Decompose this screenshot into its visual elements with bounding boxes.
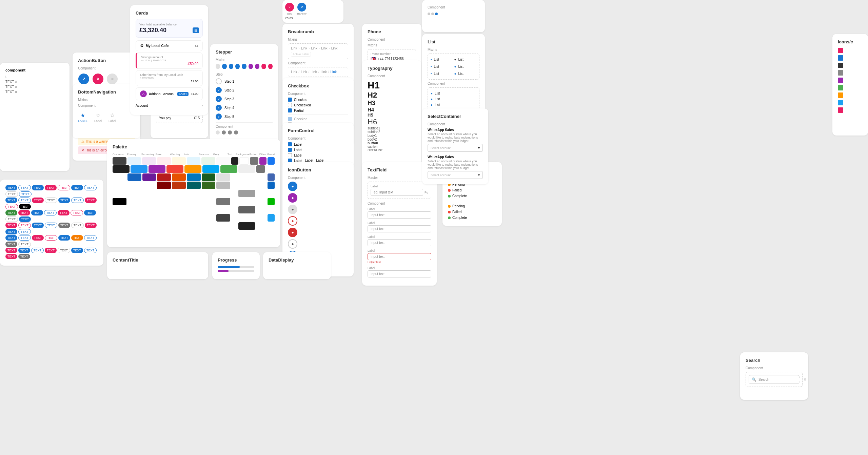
bc-comp-link[interactable]: Link [301, 70, 307, 74]
bank-item-2: Savings account ••• 1234 | 19/07/2023 -£… [136, 53, 203, 69]
tf-input-2[interactable] [368, 225, 431, 232]
list-mixin-item: • List [431, 64, 453, 69]
bc-comp-link[interactable]: Link [291, 70, 297, 74]
icon-item [838, 85, 843, 90]
fc-label-1: Label [294, 143, 302, 146]
search-comp-label: Component [746, 366, 803, 370]
icon-btn-outline-error[interactable]: ● [288, 216, 297, 226]
search-clear-btn[interactable]: × [804, 377, 806, 382]
status-label-failed: Failed [452, 188, 461, 192]
icon-btn-error[interactable]: ● [288, 228, 297, 237]
select-dropdown-2[interactable]: Select account ▾ [428, 171, 483, 179]
tag: TEXT [5, 235, 17, 241]
bank-item-4: A Adriana Lazarus INVITE 31.00 [136, 87, 203, 100]
swatch [238, 222, 255, 230]
bc-link-1[interactable]: Link [291, 46, 297, 50]
bc-comp-link[interactable]: Link [311, 70, 317, 74]
select-component-label: Component [428, 122, 483, 126]
youpay-label: You pay [159, 116, 171, 120]
tag: TEXT [19, 191, 32, 197]
tag: TEXT [84, 235, 97, 241]
tf-input-3[interactable] [368, 239, 431, 246]
tag: TEXT [18, 242, 31, 247]
bc-sep: › [309, 46, 310, 50]
swatch [142, 173, 156, 181]
palette-card: Palette Common Primary Secondary Error W… [107, 139, 280, 247]
tag: TEXT [85, 223, 97, 228]
cb-partial[interactable]: — [288, 108, 292, 112]
swatch-empty [202, 198, 216, 205]
icon-btn-outline-grey[interactable]: ● [288, 239, 297, 249]
tag: TEXT [18, 235, 31, 241]
status-dot-pending-2 [448, 205, 451, 208]
swatch [202, 182, 216, 189]
swatch [268, 173, 275, 181]
tag: TEXT [5, 191, 18, 197]
swatch [172, 173, 186, 181]
bc-active-label: Active Label [291, 52, 311, 57]
tag: TEXT [19, 204, 31, 209]
swatch [202, 165, 219, 173]
transfer-label: Transfer [297, 12, 307, 15]
tf-master-block: Label Pg [368, 182, 431, 199]
swatch [202, 173, 216, 181]
buy-btn[interactable]: × [93, 74, 103, 84]
stepper-dot [235, 64, 240, 69]
tf-master-input[interactable] [371, 189, 423, 196]
icon-item [838, 78, 843, 83]
tag: TEXT [32, 185, 44, 190]
icon-btn-secondary[interactable]: ● [288, 193, 297, 203]
step-circle-5: 5 [216, 113, 222, 120]
tag: TEXT [71, 198, 84, 203]
bc-link-4[interactable]: Link [321, 46, 327, 50]
transfer-icon[interactable]: ↗ [297, 3, 306, 12]
tf-master-input-label: Label [371, 185, 428, 188]
select-option-label-2: WalletApp Sales [428, 155, 483, 159]
tf-label-5: Label [368, 266, 431, 270]
bc-link-3[interactable]: Link [311, 46, 317, 50]
tf-input-error[interactable] [368, 253, 431, 260]
cb-checked[interactable] [288, 98, 292, 102]
tf-input-1[interactable] [368, 211, 431, 219]
tag: TEXT [5, 198, 17, 203]
typography-component-label: Component [368, 74, 416, 78]
fc-cb-1[interactable] [288, 142, 292, 146]
other-items-date: 19/09/2023 [140, 77, 198, 80]
bottomnav-item-1[interactable]: ★ LABEL [78, 112, 87, 123]
bottomnav-item-2[interactable]: ☆ Label [94, 112, 102, 123]
transfer-btn[interactable]: ↗ [78, 74, 89, 84]
stepper-dot [216, 64, 220, 69]
status-label-failed-2: Failed [452, 210, 461, 214]
tf-input-5[interactable] [368, 270, 431, 277]
avatar: A [140, 90, 147, 97]
fc-cb-3[interactable] [288, 153, 292, 157]
swatch-empty [231, 173, 238, 181]
phone-mixins-label: Mixins [368, 43, 416, 47]
select-dropdown-1[interactable]: Select account ▾ [428, 144, 483, 152]
breadcrumb-component-block: Link / Link / Link / Link / Link [288, 67, 348, 77]
label-btn[interactable]: ≡ [107, 74, 118, 84]
search-text-input[interactable] [758, 378, 802, 381]
adriana-name: Adriana Lazarus [149, 92, 174, 96]
tag: TEXT [58, 235, 70, 241]
swatch [201, 157, 215, 165]
bc-comp-link[interactable]: Link [320, 70, 327, 74]
comp-dot [435, 13, 438, 15]
swatch [216, 198, 230, 205]
fc-item-1: Label [288, 142, 348, 146]
palette-row-2 [113, 165, 275, 173]
swatch-empty [113, 222, 130, 230]
bc-link-5[interactable]: Link [331, 46, 337, 50]
fc-cb-2[interactable] [288, 148, 292, 152]
account-row[interactable]: Account › [136, 102, 203, 109]
bottomnav-item-3[interactable]: ☆ Label [108, 112, 116, 123]
status-failed-2: Failed [448, 209, 496, 215]
swatch [216, 214, 230, 222]
buy-icon[interactable]: × [285, 3, 294, 12]
text-row-3: TEXT × [5, 85, 64, 89]
icon-btn-grey[interactable]: ● [288, 205, 297, 214]
bc-link-2[interactable]: Link [301, 46, 307, 50]
cb-unchecked[interactable] [288, 103, 292, 107]
partial-left-component: component t TEXT × TEXT × TEXT × [0, 63, 70, 171]
icon-btn-primary[interactable]: ● [288, 182, 297, 191]
